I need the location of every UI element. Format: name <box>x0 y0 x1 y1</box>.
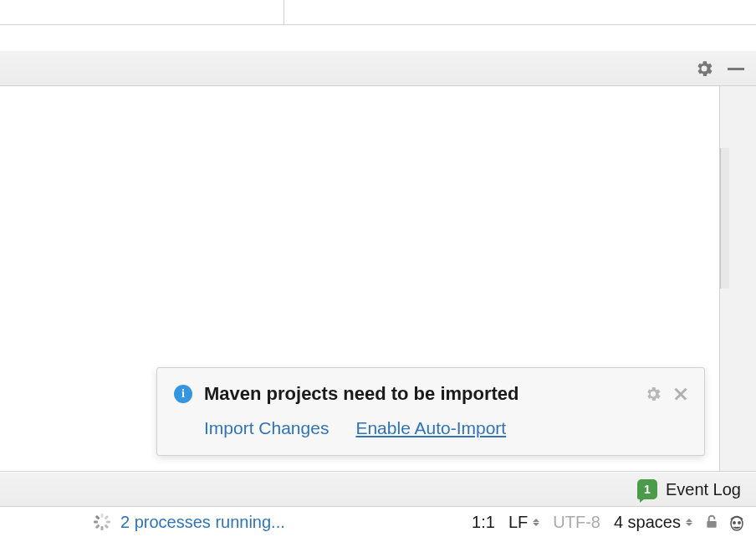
line-separator-label: LF <box>508 513 528 532</box>
notification-actions: Import Changes Enable Auto-Import <box>204 418 687 438</box>
spinner-icon <box>94 514 110 530</box>
top-panel-section <box>0 0 284 24</box>
cursor-position[interactable]: 1:1 <box>472 513 495 532</box>
close-icon[interactable] <box>674 387 687 401</box>
processes-running-link[interactable]: 2 processes running... <box>120 513 285 532</box>
hector-icon[interactable] <box>728 512 746 532</box>
notification-gear-icon[interactable] <box>646 386 661 401</box>
indent-label: 4 spaces <box>614 513 681 532</box>
event-log-button[interactable]: Event Log <box>666 480 741 499</box>
gear-icon[interactable] <box>696 60 713 77</box>
svg-point-3 <box>738 522 740 524</box>
event-badge-icon[interactable]: 1 <box>637 479 657 499</box>
line-separator-selector[interactable]: LF <box>508 513 539 532</box>
tool-window-header <box>0 50 756 86</box>
info-icon: i <box>174 385 192 403</box>
import-changes-link[interactable]: Import Changes <box>204 418 329 438</box>
bottom-status-bar: 1 Event Log <box>0 472 756 507</box>
indent-selector[interactable]: 4 spaces <box>614 513 692 532</box>
lock-icon[interactable] <box>704 514 719 529</box>
notification-popup: i Maven projects need to be imported Imp… <box>156 367 705 456</box>
svg-rect-0 <box>707 521 716 528</box>
main-editor-area: i Maven projects need to be imported Imp… <box>0 86 756 472</box>
top-panel <box>0 0 756 25</box>
notification-title: Maven projects need to be imported <box>204 383 634 405</box>
footer-status-bar: 2 processes running... 1:1 LF UTF-8 4 sp… <box>0 507 756 537</box>
encoding-selector[interactable]: UTF-8 <box>553 513 600 532</box>
notification-controls <box>646 386 687 401</box>
enable-auto-import-link[interactable]: Enable Auto-Import <box>355 418 506 438</box>
right-gutter <box>719 86 756 471</box>
notification-header: i Maven projects need to be imported <box>174 383 687 405</box>
minimize-icon[interactable] <box>728 68 744 70</box>
svg-point-2 <box>733 522 735 524</box>
